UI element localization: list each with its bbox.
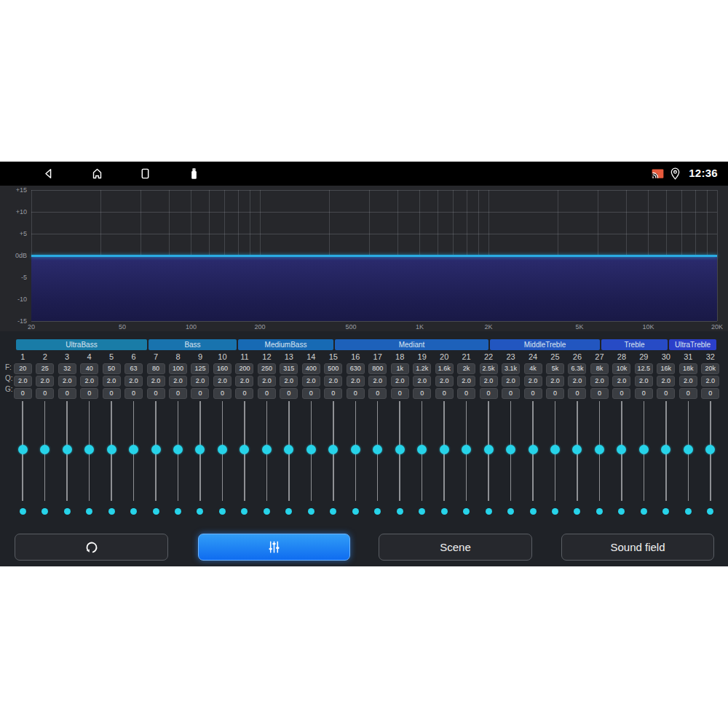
f-value-chip[interactable]: 18k [679,363,697,374]
slider-knob[interactable] [661,445,670,454]
q-value-chip[interactable]: 2.0 [546,376,564,387]
band-dot[interactable] [330,508,336,515]
gain-slider[interactable] [100,401,122,501]
sound-field-button[interactable]: Sound field [561,534,714,561]
gain-slider[interactable] [189,401,211,501]
band-dot[interactable] [20,508,26,515]
gain-slider[interactable] [323,401,344,501]
gain-slider[interactable] [455,401,477,501]
slider-knob[interactable] [484,445,494,454]
band-dot[interactable] [264,508,270,515]
band-dot[interactable] [285,508,292,515]
band-dot[interactable] [352,508,359,515]
g-value-chip[interactable]: 0 [147,388,165,399]
q-value-chip[interactable]: 2.0 [103,376,121,387]
slider-knob[interactable] [506,445,515,454]
slider-knob[interactable] [550,445,560,454]
reset-button[interactable] [15,534,168,561]
band-dot[interactable] [219,508,226,515]
f-value-chip[interactable]: 3.1k [502,363,520,374]
g-value-chip[interactable]: 0 [14,388,32,399]
slider-knob[interactable] [572,445,582,454]
q-value-chip[interactable]: 2.0 [191,376,209,387]
q-value-chip[interactable]: 2.0 [701,376,719,387]
scene-button[interactable]: Scene [379,534,532,561]
gain-slider[interactable] [655,401,677,501]
gain-slider[interactable] [478,401,499,501]
q-value-chip[interactable]: 2.0 [635,376,653,387]
slider-knob[interactable] [328,445,338,454]
slider-knob[interactable] [63,445,72,454]
band-dot[interactable] [463,508,470,515]
slider-knob[interactable] [284,445,293,454]
g-value-chip[interactable]: 0 [502,388,520,399]
f-value-chip[interactable]: 400 [302,363,320,374]
slider-knob[interactable] [462,445,471,454]
f-value-chip[interactable]: 630 [347,363,365,374]
band-dot[interactable] [662,508,669,515]
q-value-chip[interactable]: 2.0 [302,376,320,387]
g-value-chip[interactable]: 0 [213,388,232,399]
recent-apps-icon[interactable] [138,166,153,181]
q-value-chip[interactable]: 2.0 [347,376,365,387]
g-value-chip[interactable]: 0 [590,388,609,399]
slider-knob[interactable] [218,445,227,454]
gain-slider[interactable] [12,401,33,501]
g-value-chip[interactable]: 0 [302,388,320,399]
q-value-chip[interactable]: 2.0 [324,376,342,387]
slider-knob[interactable] [18,445,28,454]
q-value-chip[interactable]: 2.0 [14,376,32,387]
q-value-chip[interactable]: 2.0 [612,376,630,387]
gain-slider[interactable] [234,401,256,501]
f-value-chip[interactable]: 20k [701,363,719,374]
band-dot[interactable] [486,508,492,515]
g-value-chip[interactable]: 0 [258,388,276,399]
f-value-chip[interactable]: 1.6k [435,363,454,374]
f-value-chip[interactable]: 315 [280,363,298,374]
g-value-chip[interactable]: 0 [191,388,209,399]
q-value-chip[interactable]: 2.0 [235,376,253,387]
slider-knob[interactable] [240,445,249,454]
q-value-chip[interactable]: 2.0 [80,376,98,387]
q-value-chip[interactable]: 2.0 [435,376,454,387]
f-value-chip[interactable]: 40 [80,363,98,374]
slider-knob[interactable] [306,445,316,454]
g-value-chip[interactable]: 0 [701,388,719,399]
f-value-chip[interactable]: 200 [235,363,253,374]
slider-knob[interactable] [595,445,604,454]
gain-slider[interactable] [544,401,566,501]
band-dot[interactable] [507,508,514,515]
g-value-chip[interactable]: 0 [103,388,121,399]
g-value-chip[interactable]: 0 [679,388,697,399]
f-value-chip[interactable]: 2.5k [480,363,498,374]
g-value-chip[interactable]: 0 [347,388,365,399]
g-value-chip[interactable]: 0 [169,388,187,399]
gain-slider[interactable] [389,401,411,501]
gain-slider[interactable] [78,401,100,501]
slider-knob[interactable] [417,445,427,454]
q-value-chip[interactable]: 2.0 [480,376,498,387]
f-value-chip[interactable]: 12.5 [635,363,654,374]
f-value-chip[interactable]: 8k [590,363,609,374]
g-value-chip[interactable]: 0 [480,388,498,399]
g-value-chip[interactable]: 0 [413,388,431,399]
gain-slider[interactable] [278,401,300,501]
f-value-chip[interactable]: 50 [103,363,121,374]
f-value-chip[interactable]: 800 [368,363,387,374]
g-value-chip[interactable]: 0 [568,388,586,399]
f-value-chip[interactable]: 100 [169,363,187,374]
g-value-chip[interactable]: 0 [124,388,143,399]
q-value-chip[interactable]: 2.0 [124,376,143,387]
gain-slider[interactable] [611,401,633,501]
equalizer-button[interactable] [198,534,350,561]
f-value-chip[interactable]: 16k [657,363,675,374]
gain-slider[interactable] [367,401,389,501]
q-value-chip[interactable]: 2.0 [679,376,697,387]
slider-knob[interactable] [84,445,94,454]
g-value-chip[interactable]: 0 [58,388,76,399]
f-value-chip[interactable]: 160 [213,363,232,374]
slider-knob[interactable] [705,445,715,454]
q-value-chip[interactable]: 2.0 [368,376,387,387]
slider-knob[interactable] [40,445,50,454]
g-value-chip[interactable]: 0 [612,388,630,399]
